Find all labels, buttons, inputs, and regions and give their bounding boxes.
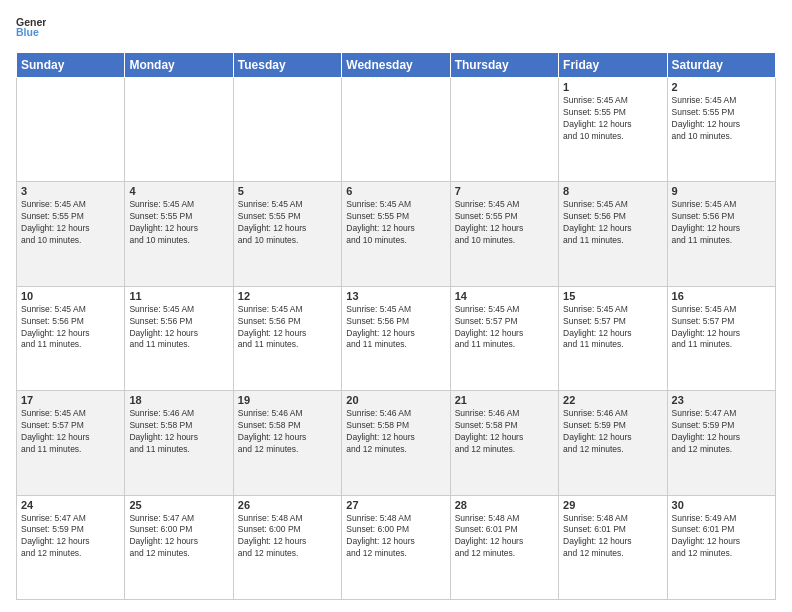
day-cell xyxy=(125,78,233,182)
day-cell: 23Sunrise: 5:47 AM Sunset: 5:59 PM Dayli… xyxy=(667,391,775,495)
svg-text:Blue: Blue xyxy=(16,26,39,38)
day-number: 11 xyxy=(129,290,228,302)
day-info: Sunrise: 5:46 AM Sunset: 5:58 PM Dayligh… xyxy=(129,408,228,456)
day-number: 27 xyxy=(346,499,445,511)
day-cell: 1Sunrise: 5:45 AM Sunset: 5:55 PM Daylig… xyxy=(559,78,667,182)
day-cell: 11Sunrise: 5:45 AM Sunset: 5:56 PM Dayli… xyxy=(125,286,233,390)
day-cell: 20Sunrise: 5:46 AM Sunset: 5:58 PM Dayli… xyxy=(342,391,450,495)
day-info: Sunrise: 5:45 AM Sunset: 5:57 PM Dayligh… xyxy=(672,304,771,352)
day-cell: 27Sunrise: 5:48 AM Sunset: 6:00 PM Dayli… xyxy=(342,495,450,599)
day-cell: 22Sunrise: 5:46 AM Sunset: 5:59 PM Dayli… xyxy=(559,391,667,495)
day-number: 10 xyxy=(21,290,120,302)
day-number: 13 xyxy=(346,290,445,302)
day-info: Sunrise: 5:48 AM Sunset: 6:01 PM Dayligh… xyxy=(563,513,662,561)
day-cell: 18Sunrise: 5:46 AM Sunset: 5:58 PM Dayli… xyxy=(125,391,233,495)
day-cell: 19Sunrise: 5:46 AM Sunset: 5:58 PM Dayli… xyxy=(233,391,341,495)
day-cell: 29Sunrise: 5:48 AM Sunset: 6:01 PM Dayli… xyxy=(559,495,667,599)
day-number: 26 xyxy=(238,499,337,511)
day-number: 8 xyxy=(563,185,662,197)
day-number: 2 xyxy=(672,81,771,93)
logo: General Blue xyxy=(16,12,50,42)
day-cell: 7Sunrise: 5:45 AM Sunset: 5:55 PM Daylig… xyxy=(450,182,558,286)
weekday-header-thursday: Thursday xyxy=(450,53,558,78)
day-cell: 15Sunrise: 5:45 AM Sunset: 5:57 PM Dayli… xyxy=(559,286,667,390)
day-info: Sunrise: 5:48 AM Sunset: 6:00 PM Dayligh… xyxy=(238,513,337,561)
day-cell: 30Sunrise: 5:49 AM Sunset: 6:01 PM Dayli… xyxy=(667,495,775,599)
day-info: Sunrise: 5:48 AM Sunset: 6:01 PM Dayligh… xyxy=(455,513,554,561)
weekday-header-friday: Friday xyxy=(559,53,667,78)
day-info: Sunrise: 5:49 AM Sunset: 6:01 PM Dayligh… xyxy=(672,513,771,561)
day-cell: 2Sunrise: 5:45 AM Sunset: 5:55 PM Daylig… xyxy=(667,78,775,182)
calendar-table: SundayMondayTuesdayWednesdayThursdayFrid… xyxy=(16,52,776,600)
day-cell: 12Sunrise: 5:45 AM Sunset: 5:56 PM Dayli… xyxy=(233,286,341,390)
day-number: 3 xyxy=(21,185,120,197)
day-info: Sunrise: 5:45 AM Sunset: 5:56 PM Dayligh… xyxy=(21,304,120,352)
day-cell xyxy=(233,78,341,182)
day-info: Sunrise: 5:46 AM Sunset: 5:58 PM Dayligh… xyxy=(455,408,554,456)
day-info: Sunrise: 5:45 AM Sunset: 5:57 PM Dayligh… xyxy=(21,408,120,456)
calendar-body: 1Sunrise: 5:45 AM Sunset: 5:55 PM Daylig… xyxy=(17,78,776,600)
week-row-5: 24Sunrise: 5:47 AM Sunset: 5:59 PM Dayli… xyxy=(17,495,776,599)
day-info: Sunrise: 5:46 AM Sunset: 5:59 PM Dayligh… xyxy=(563,408,662,456)
day-info: Sunrise: 5:45 AM Sunset: 5:57 PM Dayligh… xyxy=(455,304,554,352)
weekday-header-wednesday: Wednesday xyxy=(342,53,450,78)
day-number: 24 xyxy=(21,499,120,511)
day-cell: 6Sunrise: 5:45 AM Sunset: 5:55 PM Daylig… xyxy=(342,182,450,286)
day-cell: 14Sunrise: 5:45 AM Sunset: 5:57 PM Dayli… xyxy=(450,286,558,390)
day-number: 23 xyxy=(672,394,771,406)
day-cell: 5Sunrise: 5:45 AM Sunset: 5:55 PM Daylig… xyxy=(233,182,341,286)
day-cell: 4Sunrise: 5:45 AM Sunset: 5:55 PM Daylig… xyxy=(125,182,233,286)
day-cell: 25Sunrise: 5:47 AM Sunset: 6:00 PM Dayli… xyxy=(125,495,233,599)
week-row-2: 3Sunrise: 5:45 AM Sunset: 5:55 PM Daylig… xyxy=(17,182,776,286)
day-cell: 13Sunrise: 5:45 AM Sunset: 5:56 PM Dayli… xyxy=(342,286,450,390)
day-info: Sunrise: 5:45 AM Sunset: 5:55 PM Dayligh… xyxy=(238,199,337,247)
day-number: 18 xyxy=(129,394,228,406)
day-cell: 17Sunrise: 5:45 AM Sunset: 5:57 PM Dayli… xyxy=(17,391,125,495)
day-cell: 3Sunrise: 5:45 AM Sunset: 5:55 PM Daylig… xyxy=(17,182,125,286)
day-info: Sunrise: 5:45 AM Sunset: 5:56 PM Dayligh… xyxy=(238,304,337,352)
calendar-header: SundayMondayTuesdayWednesdayThursdayFrid… xyxy=(17,53,776,78)
day-number: 16 xyxy=(672,290,771,302)
day-info: Sunrise: 5:46 AM Sunset: 5:58 PM Dayligh… xyxy=(238,408,337,456)
day-info: Sunrise: 5:45 AM Sunset: 5:56 PM Dayligh… xyxy=(129,304,228,352)
day-cell: 8Sunrise: 5:45 AM Sunset: 5:56 PM Daylig… xyxy=(559,182,667,286)
weekday-header-sunday: Sunday xyxy=(17,53,125,78)
day-info: Sunrise: 5:45 AM Sunset: 5:56 PM Dayligh… xyxy=(563,199,662,247)
day-info: Sunrise: 5:45 AM Sunset: 5:55 PM Dayligh… xyxy=(672,95,771,143)
day-number: 4 xyxy=(129,185,228,197)
day-info: Sunrise: 5:45 AM Sunset: 5:55 PM Dayligh… xyxy=(129,199,228,247)
day-number: 1 xyxy=(563,81,662,93)
page: General Blue SundayMondayTuesdayWednesda… xyxy=(0,0,792,612)
week-row-3: 10Sunrise: 5:45 AM Sunset: 5:56 PM Dayli… xyxy=(17,286,776,390)
day-number: 25 xyxy=(129,499,228,511)
day-cell xyxy=(342,78,450,182)
day-number: 9 xyxy=(672,185,771,197)
weekday-row: SundayMondayTuesdayWednesdayThursdayFrid… xyxy=(17,53,776,78)
day-number: 29 xyxy=(563,499,662,511)
day-cell: 21Sunrise: 5:46 AM Sunset: 5:58 PM Dayli… xyxy=(450,391,558,495)
day-number: 15 xyxy=(563,290,662,302)
week-row-4: 17Sunrise: 5:45 AM Sunset: 5:57 PM Dayli… xyxy=(17,391,776,495)
day-number: 14 xyxy=(455,290,554,302)
day-info: Sunrise: 5:45 AM Sunset: 5:57 PM Dayligh… xyxy=(563,304,662,352)
day-number: 12 xyxy=(238,290,337,302)
day-number: 30 xyxy=(672,499,771,511)
day-number: 7 xyxy=(455,185,554,197)
day-info: Sunrise: 5:45 AM Sunset: 5:55 PM Dayligh… xyxy=(346,199,445,247)
day-info: Sunrise: 5:47 AM Sunset: 5:59 PM Dayligh… xyxy=(21,513,120,561)
day-number: 22 xyxy=(563,394,662,406)
day-cell: 9Sunrise: 5:45 AM Sunset: 5:56 PM Daylig… xyxy=(667,182,775,286)
weekday-header-saturday: Saturday xyxy=(667,53,775,78)
day-number: 20 xyxy=(346,394,445,406)
day-number: 17 xyxy=(21,394,120,406)
day-info: Sunrise: 5:47 AM Sunset: 6:00 PM Dayligh… xyxy=(129,513,228,561)
day-info: Sunrise: 5:45 AM Sunset: 5:56 PM Dayligh… xyxy=(346,304,445,352)
day-cell: 28Sunrise: 5:48 AM Sunset: 6:01 PM Dayli… xyxy=(450,495,558,599)
day-number: 19 xyxy=(238,394,337,406)
day-info: Sunrise: 5:48 AM Sunset: 6:00 PM Dayligh… xyxy=(346,513,445,561)
day-number: 6 xyxy=(346,185,445,197)
day-info: Sunrise: 5:45 AM Sunset: 5:55 PM Dayligh… xyxy=(563,95,662,143)
day-cell xyxy=(450,78,558,182)
day-cell: 24Sunrise: 5:47 AM Sunset: 5:59 PM Dayli… xyxy=(17,495,125,599)
weekday-header-tuesday: Tuesday xyxy=(233,53,341,78)
